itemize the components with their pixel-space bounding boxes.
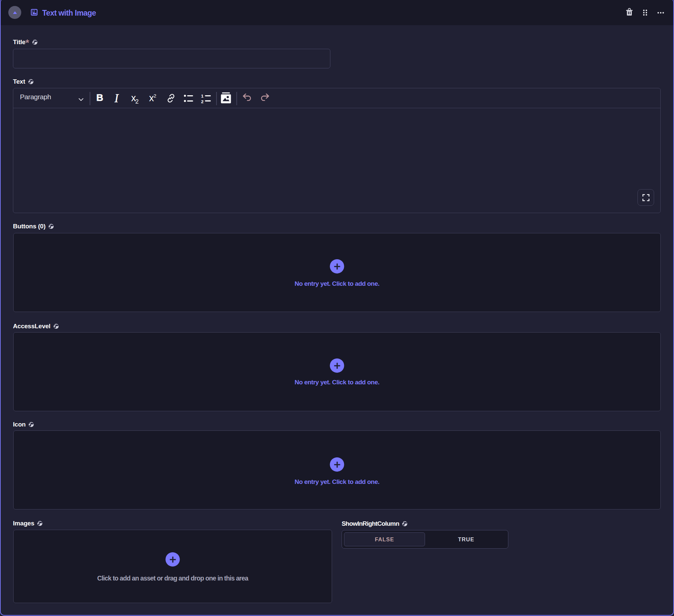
svg-text:1: 1 — [201, 94, 204, 99]
svg-text:2: 2 — [201, 99, 204, 104]
